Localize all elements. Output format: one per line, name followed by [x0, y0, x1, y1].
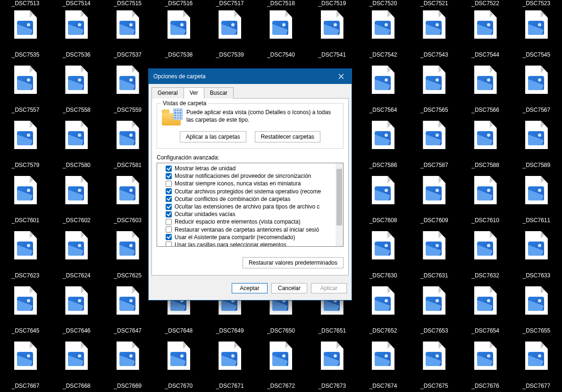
cancel-button[interactable]: Cancelar — [271, 283, 307, 293]
file-item[interactable]: _DSC7647 — [102, 284, 153, 340]
file-item[interactable]: _DSC7672 — [255, 340, 306, 392]
file-item[interactable]: _DSC7677 — [511, 340, 562, 392]
file-item[interactable]: _DSC7541 — [307, 8, 358, 64]
advanced-settings-list[interactable]: Mostrar letras de unidadMostrar notifica… — [157, 163, 344, 247]
file-item[interactable]: _DSC7513 — [0, 0, 51, 8]
file-item[interactable]: _DSC7537 — [102, 8, 153, 64]
checkbox[interactable] — [166, 219, 172, 225]
file-item[interactable]: _DSC7625 — [102, 229, 153, 284]
file-item[interactable]: _DSC7581 — [102, 119, 153, 174]
file-item[interactable]: _DSC7602 — [51, 174, 102, 229]
advanced-option[interactable]: Mostrar notificaciones del proveedor de … — [166, 172, 343, 180]
file-item[interactable]: _DSC7587 — [409, 119, 460, 174]
file-item[interactable]: _DSC7601 — [0, 174, 51, 229]
file-item[interactable]: _DSC7588 — [460, 119, 511, 174]
checkbox[interactable] — [166, 234, 172, 240]
restore-defaults-button[interactable]: Restaurar valores predeterminados — [243, 257, 344, 268]
checkbox[interactable] — [166, 173, 172, 179]
file-item[interactable]: _DSC7603 — [102, 174, 153, 229]
file-item[interactable]: _DSC7646 — [51, 284, 102, 340]
checkbox[interactable] — [166, 181, 172, 187]
file-item[interactable]: _DSC7676 — [460, 340, 511, 392]
checkbox[interactable] — [166, 196, 172, 202]
file-item[interactable]: _DSC7535 — [0, 8, 51, 64]
file-item[interactable]: _DSC7545 — [511, 8, 562, 64]
file-item[interactable]: _DSC7544 — [460, 8, 511, 64]
file-item[interactable]: _DSC7668 — [51, 340, 102, 392]
file-item[interactable]: _DSC7523 — [511, 0, 562, 8]
checkbox[interactable] — [166, 226, 172, 233]
file-item[interactable]: _DSC7538 — [153, 8, 204, 64]
file-item[interactable]: _DSC7564 — [358, 64, 409, 119]
file-item[interactable]: _DSC7514 — [51, 0, 102, 8]
tab-general[interactable]: General — [151, 87, 184, 99]
file-item[interactable]: _DSC7655 — [511, 284, 562, 340]
file-item[interactable]: _DSC7633 — [511, 229, 562, 284]
advanced-option[interactable]: Reducir espacio entre elementos (vista c… — [166, 218, 343, 225]
advanced-option[interactable]: Usar las casillas para seleccionar eleme… — [166, 241, 343, 247]
file-item[interactable]: _DSC7542 — [358, 8, 409, 64]
file-item[interactable]: _DSC7515 — [102, 0, 153, 8]
advanced-option[interactable]: Mostrar siempre iconos, nunca vistas en … — [166, 180, 343, 187]
file-item[interactable]: _DSC7608 — [358, 174, 409, 229]
file-item[interactable]: _DSC7623 — [0, 229, 51, 284]
file-item[interactable]: _DSC7558 — [51, 64, 102, 119]
tab-buscar[interactable]: Buscar — [204, 87, 234, 99]
file-item[interactable]: _DSC7654 — [460, 284, 511, 340]
file-item[interactable]: _DSC7580 — [51, 119, 102, 174]
file-item[interactable]: _DSC7522 — [460, 0, 511, 8]
tab-ver[interactable]: Ver — [184, 87, 204, 99]
advanced-option[interactable]: Restaurar ventanas de carpetas anteriore… — [166, 226, 343, 234]
file-item[interactable]: _DSC7670 — [153, 340, 204, 392]
file-item[interactable]: _DSC7673 — [307, 340, 358, 392]
file-item[interactable]: _DSC7540 — [255, 8, 306, 64]
checkbox[interactable] — [166, 166, 172, 172]
checkbox[interactable] — [166, 188, 172, 194]
file-item[interactable]: _DSC7539 — [204, 8, 255, 64]
dialog-titlebar[interactable]: Opciones de carpeta — [149, 69, 352, 84]
close-button[interactable] — [331, 69, 352, 84]
file-item[interactable]: _DSC7631 — [409, 229, 460, 284]
file-item[interactable]: _DSC7517 — [204, 0, 255, 8]
file-item[interactable]: _DSC7632 — [460, 229, 511, 284]
checkbox[interactable] — [166, 204, 172, 210]
advanced-option[interactable]: Usar el Asistente para compartir (recome… — [166, 234, 343, 241]
file-item[interactable]: _DSC7559 — [102, 64, 153, 119]
file-item[interactable]: _DSC7667 — [0, 340, 51, 392]
apply-button[interactable]: Aplicar — [311, 283, 347, 293]
ok-button[interactable]: Aceptar — [232, 283, 268, 293]
file-item[interactable]: _DSC7645 — [0, 284, 51, 340]
file-item[interactable]: _DSC7536 — [51, 8, 102, 64]
checkbox[interactable] — [166, 211, 172, 217]
file-item[interactable]: _DSC7630 — [358, 229, 409, 284]
file-item[interactable]: _DSC7557 — [0, 64, 51, 119]
advanced-option[interactable]: Ocultar conflictos de combinación de car… — [166, 195, 343, 203]
file-item[interactable]: _DSC7609 — [409, 174, 460, 229]
advanced-option[interactable]: Ocultar las extensiones de archivo para … — [166, 203, 343, 210]
file-item[interactable]: _DSC7579 — [0, 119, 51, 174]
advanced-option[interactable]: Ocultar unidades vacías — [166, 210, 343, 218]
file-item[interactable]: _DSC7518 — [255, 0, 306, 8]
file-item[interactable]: _DSC7586 — [358, 119, 409, 174]
file-item[interactable]: _DSC7543 — [409, 8, 460, 64]
file-item[interactable]: _DSC7611 — [511, 174, 562, 229]
advanced-option[interactable]: Mostrar letras de unidad — [166, 165, 343, 172]
file-item[interactable]: _DSC7521 — [409, 0, 460, 8]
file-item[interactable]: _DSC7516 — [153, 0, 204, 8]
file-item[interactable]: _DSC7519 — [307, 0, 358, 8]
file-item[interactable]: _DSC7624 — [51, 229, 102, 284]
file-item[interactable]: _DSC7567 — [511, 64, 562, 119]
file-item[interactable]: _DSC7565 — [409, 64, 460, 119]
file-item[interactable]: _DSC7653 — [409, 284, 460, 340]
file-item[interactable]: _DSC7566 — [460, 64, 511, 119]
file-item[interactable]: _DSC7671 — [204, 340, 255, 392]
file-item[interactable]: _DSC7520 — [358, 0, 409, 8]
file-item[interactable]: _DSC7589 — [511, 119, 562, 174]
reset-folders-button[interactable]: Restablecer carpetas — [255, 131, 320, 142]
file-item[interactable]: _DSC7674 — [358, 340, 409, 392]
file-item[interactable]: _DSC7610 — [460, 174, 511, 229]
advanced-option[interactable]: Ocultar archivos protegidos del sistema … — [166, 188, 343, 195]
apply-to-folders-button[interactable]: Aplicar a las carpetas — [180, 131, 246, 142]
file-item[interactable]: _DSC7675 — [409, 340, 460, 392]
advanced-scrollbar[interactable] — [336, 163, 343, 246]
